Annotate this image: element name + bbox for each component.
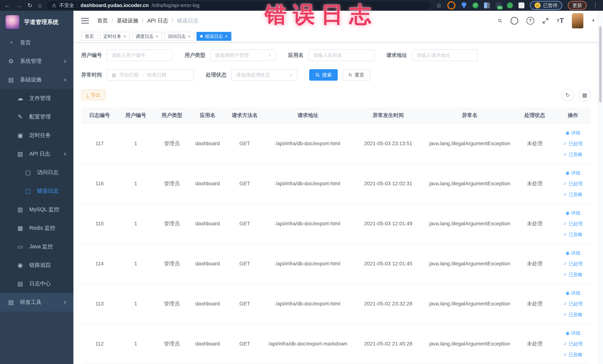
detail-link[interactable]: 详细 (555, 247, 591, 258)
app-name-input[interactable] (308, 49, 374, 61)
processed-link[interactable]: 已处理 (555, 298, 591, 309)
search-button[interactable]: 搜索 (309, 69, 338, 81)
tab-error-log[interactable]: 错误日志 × (197, 32, 231, 41)
sidebar-item-api-log[interactable]: ▧ API 日志 ∧ (0, 145, 73, 163)
sidebar-item-home[interactable]: ◔ 首页 (0, 33, 73, 52)
filter-row-2: 异常时间 ▦ 开始日期 - 结束日期 处理状态 请选择处理状态 ∨ (81, 69, 591, 81)
scrollbar-thumb[interactable] (599, 26, 602, 102)
extension-green-icon[interactable] (507, 2, 513, 8)
search-icon[interactable] (498, 18, 502, 23)
font-size-icon[interactable]: T (557, 17, 564, 24)
paused-button[interactable]: ☺ 已暂停 (530, 1, 562, 10)
breadcrumb-infra[interactable]: 基础设施 (117, 17, 138, 24)
avatar[interactable] (572, 13, 583, 28)
cell-actions: 详细已处理已忽略 (555, 204, 591, 244)
sidebar-item-infra[interactable]: ▤ 基础设施 ∧ (0, 70, 73, 89)
error-log-table: 日志编号 用户编号 用户类型 应用名 请求方法名 请求地址 异常发生时间 异常名… (81, 107, 591, 364)
processed-link[interactable]: 已处理 (555, 218, 591, 229)
extension-grid-icon[interactable] (484, 2, 490, 8)
detail-link[interactable]: 详细 (555, 167, 591, 178)
sidebar-item-dev-tools[interactable]: ▨ 研发工具 ∨ (0, 293, 73, 312)
update-button[interactable]: 更新 (568, 1, 587, 10)
user-type-select[interactable]: 请选择用户类型 ∨ (210, 49, 276, 61)
right-toolbar: ↻ ▦ (561, 89, 591, 101)
breadcrumb-api-log[interactable]: API 日志 (147, 17, 168, 24)
address-bar[interactable]: ⚠ 不安全 dashboard.yudao.iocoder.cn/infra/l… (47, 1, 430, 10)
cell-time: 2021-05-03 23:13:51 (351, 124, 425, 164)
breadcrumb-home[interactable]: 首页 (97, 17, 108, 24)
sidebar-bottom: ▨ 研发工具 ∨ (0, 293, 73, 312)
detail-link[interactable]: 详细 (555, 127, 591, 138)
sidebar-collapse-icon[interactable] (81, 18, 89, 23)
check-icon (563, 341, 567, 346)
sidebar-item-access-log[interactable]: ▢ 访问日志 (0, 163, 73, 182)
columns-button[interactable]: ▦ (579, 89, 591, 101)
forward-icon[interactable]: → (16, 2, 22, 8)
ignore-link[interactable]: 已忽略 (555, 269, 591, 280)
tab-timed-task[interactable]: 定时任务 × (100, 32, 130, 41)
processed-link[interactable]: 已处理 (555, 178, 591, 189)
tab-schedule-log[interactable]: 调度日志 × (132, 32, 162, 41)
sidebar-item-config[interactable]: ✎ 配置管理 (0, 107, 73, 126)
sidebar-item-mysql[interactable]: ▥ MySQL 监控 (0, 200, 73, 219)
page-scrollbar[interactable] (598, 11, 603, 364)
export-button[interactable]: ↓ 导出 (81, 90, 105, 100)
request-url-input[interactable] (412, 49, 478, 61)
reload-icon[interactable]: ↻ (27, 2, 33, 8)
sidebar-item-file[interactable]: ☁ 文件管理 (0, 89, 73, 107)
refresh-button[interactable]: ↻ (561, 89, 574, 101)
process-status-select[interactable]: 请选择处理状态 ∨ (231, 69, 297, 81)
processed-link[interactable]: 已处理 (555, 258, 591, 269)
ignore-link[interactable]: 已忽略 (555, 189, 591, 200)
sidebar-item-java[interactable]: ▭ Java 监控 (0, 237, 73, 256)
close-icon[interactable]: × (156, 34, 158, 39)
ignore-link[interactable]: 已忽略 (555, 349, 591, 360)
col-log-id: 日志编号 (81, 107, 118, 124)
chevron-down-icon: ∨ (63, 300, 67, 305)
browser-menu-icon[interactable]: ⋮ (592, 2, 599, 9)
cell-status: 未处理 (514, 204, 555, 244)
tab-home[interactable]: 首页 (81, 32, 97, 41)
processed-link[interactable]: 已处理 (555, 138, 591, 149)
tab-access-log[interactable]: 访问日志 × (164, 32, 194, 41)
ignore-link[interactable]: 已忽略 (555, 229, 591, 240)
ignore-link[interactable]: 已忽略 (555, 149, 591, 160)
cell-app: dashboard (190, 124, 225, 164)
table-row: 1121管理员dashboardGET/api/infra/db-doc/exp… (81, 324, 591, 364)
extension-blue-icon[interactable] (461, 2, 467, 8)
sidebar-item-redis[interactable]: ▦ Redis 监控 (0, 219, 73, 237)
bookmark-star-icon[interactable]: ☆ (436, 2, 442, 9)
detail-link[interactable]: 详细 (555, 328, 591, 338)
sidebar-item-trace[interactable]: ◉ 链路追踪 (0, 256, 73, 274)
avatar-caret-icon[interactable]: ▼ (591, 19, 595, 23)
home-icon[interactable]: ⌂ (38, 2, 42, 8)
cell-method: GET (225, 124, 265, 164)
extension-on-badge-icon[interactable] (496, 2, 501, 8)
back-icon[interactable]: ← (4, 2, 10, 8)
user-id-input[interactable] (107, 49, 173, 61)
extension-orange-icon[interactable] (447, 1, 455, 10)
sidebar-item-system[interactable]: ⚙ 系统管理 ∨ (0, 52, 73, 70)
close-icon[interactable]: × (123, 34, 126, 39)
fullscreen-icon[interactable] (542, 18, 549, 24)
date-range-picker[interactable]: ▦ 开始日期 - 结束日期 (107, 69, 194, 81)
extensions-puzzle-icon[interactable] (519, 2, 524, 8)
processed-link[interactable]: 已处理 (555, 338, 591, 349)
cell-exception: java.lang.IllegalArgumentException (425, 244, 514, 284)
sidebar-item-job[interactable]: ▣ 定时任务 (0, 126, 73, 145)
check-icon (563, 261, 567, 266)
col-process-status: 处理状态 (514, 107, 555, 124)
help-icon[interactable] (526, 17, 534, 25)
detail-link[interactable]: 详细 (555, 208, 591, 218)
extension-green-check-icon[interactable] (473, 2, 478, 8)
sidebar-item-error-log[interactable]: ▢ 错误日志 (0, 182, 73, 200)
filter-buttons: 搜索 ↻ 重置 (309, 69, 370, 81)
chevron-down-icon: ∨ (63, 59, 67, 64)
reset-button[interactable]: ↻ 重置 (343, 69, 370, 81)
close-icon[interactable]: × (188, 34, 191, 39)
github-icon[interactable] (510, 17, 518, 25)
ignore-link[interactable]: 已忽略 (555, 309, 591, 320)
detail-link[interactable]: 详细 (555, 288, 591, 298)
close-icon[interactable]: × (225, 34, 228, 39)
sidebar-item-log-center[interactable]: ▤ 日志中心 (0, 274, 73, 293)
